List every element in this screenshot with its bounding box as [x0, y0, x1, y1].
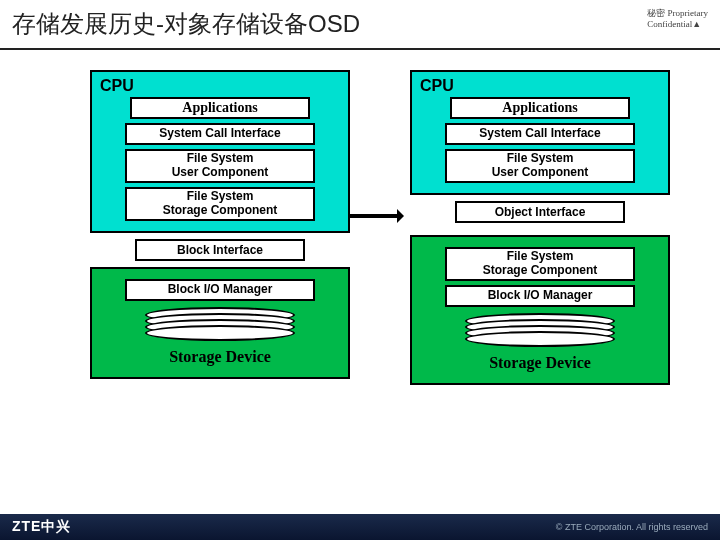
object-interface-label: Object Interface [455, 201, 625, 223]
block-io-manager-right: Block I/O Manager [445, 285, 635, 307]
fs-user-component-left: File System User Component [125, 149, 315, 183]
slide-footer: ZTE中兴 © ZTE Corporation. All rights rese… [0, 514, 720, 540]
disk-stack-right [465, 313, 615, 349]
confid-line1: 秘密 Proprietary [647, 8, 708, 19]
fs-user-r1: File System [507, 152, 574, 166]
applications-right: Applications [450, 97, 630, 119]
storage-device-left: Block I/O Manager Storage Device [90, 267, 350, 379]
slide-title: 存储发展历史-对象存储设备OSD [12, 8, 360, 40]
osd-stack: CPU Applications System Call Interface F… [410, 70, 670, 385]
fs-user-r2: User Component [492, 166, 589, 180]
confidentiality-mark: 秘密 Proprietary Confidential▲ [647, 8, 708, 30]
storage-device-right: File System Storage Component Block I/O … [410, 235, 670, 385]
cpu-host-right: CPU Applications System Call Interface F… [410, 70, 670, 195]
fs-stor-r1: File System [507, 250, 574, 264]
storage-device-label-right: Storage Device [445, 351, 635, 375]
fs-user-component-right: File System User Component [445, 149, 635, 183]
fs-stor-l2: Storage Component [163, 204, 278, 218]
zte-logo: ZTE中兴 [12, 518, 71, 536]
syscall-interface-right: System Call Interface [445, 123, 635, 145]
block-interface-label: Block Interface [135, 239, 305, 261]
slide-header: 存储发展历史-对象存储设备OSD 秘密 Proprietary Confiden… [0, 0, 720, 50]
storage-device-label-left: Storage Device [125, 345, 315, 369]
copyright-text: © ZTE Corporation. All rights reserved [556, 522, 708, 532]
confid-line2: Confidential▲ [647, 19, 708, 30]
disk-stack-left [145, 307, 295, 343]
fs-stor-l1: File System [187, 190, 254, 204]
fs-user-l2: User Component [172, 166, 269, 180]
fs-stor-r2: Storage Component [483, 264, 598, 278]
fs-storage-component-left: File System Storage Component [125, 187, 315, 221]
applications-left: Applications [130, 97, 310, 119]
cpu-host-left: CPU Applications System Call Interface F… [90, 70, 350, 233]
fs-storage-component-right: File System Storage Component [445, 247, 635, 281]
syscall-interface-left: System Call Interface [125, 123, 315, 145]
traditional-stack: CPU Applications System Call Interface F… [90, 70, 350, 379]
diagram-area: CPU Applications System Call Interface F… [0, 50, 720, 500]
block-io-manager-left: Block I/O Manager [125, 279, 315, 301]
cpu-label-left: CPU [100, 77, 340, 95]
fs-user-l1: File System [187, 152, 254, 166]
cpu-label-right: CPU [420, 77, 660, 95]
